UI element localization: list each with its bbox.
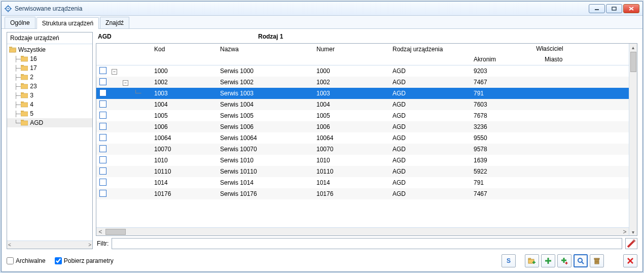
row-checkbox[interactable] <box>99 112 106 119</box>
svg-point-1 <box>8 8 9 9</box>
window-controls <box>589 4 639 13</box>
tree-item[interactable]: ├─ 3 <box>7 91 92 100</box>
filter-input[interactable] <box>112 238 622 249</box>
svg-rect-13 <box>21 75 28 80</box>
search-button[interactable] <box>574 254 588 267</box>
row-checkbox[interactable] <box>99 78 106 85</box>
table-row[interactable]: 1006Serwis 10061006AGD3236 <box>96 121 629 132</box>
row-checkbox[interactable] <box>99 156 106 163</box>
s-button[interactable]: S <box>502 254 516 267</box>
grid: Kod Nazwa Numer Rodzaj urządzenia Właści… <box>96 43 637 236</box>
svg-rect-14 <box>21 84 28 89</box>
tree-item[interactable]: ├─ 16 <box>7 54 92 63</box>
filter-row: Filtr: <box>96 238 637 249</box>
tab-structure[interactable]: Struktura urządzeń <box>37 17 99 29</box>
close-button[interactable] <box>623 4 639 13</box>
table-row[interactable]: 10064Serwis 1006410064AGD9550 <box>96 132 629 144</box>
titlebar: Serwisowane urządzenia <box>2 2 642 16</box>
svg-rect-7 <box>612 7 616 10</box>
col-miasto[interactable]: Miasto <box>542 54 629 65</box>
grid-header: Kod Nazwa Numer Rodzaj urządzenia Właści… <box>96 44 629 65</box>
tree-item[interactable]: ├─ 17 <box>7 63 92 73</box>
footer-close-button[interactable] <box>623 254 637 267</box>
tree-header: Rodzaje urządzeń <box>7 32 92 44</box>
gear-icon <box>5 5 12 12</box>
grid-title-right: Rodzaj 1 <box>258 33 283 40</box>
tree-item[interactable]: ├─ 2 <box>7 73 92 82</box>
filter-label: Filtr: <box>96 240 109 247</box>
maximize-button[interactable] <box>606 4 622 13</box>
svg-rect-15 <box>21 93 28 98</box>
grid-title-left: AGD <box>96 33 258 40</box>
table-row[interactable]: 1010Serwis 10101010AGD1639 <box>96 155 629 166</box>
tree-panel: Rodzaje urządzeń Wszystkie├─ 16├─ 17├─ 2… <box>7 32 93 249</box>
table-row[interactable]: 1004Serwis 10041004AGD7603 <box>96 99 629 110</box>
row-checkbox[interactable] <box>99 190 106 197</box>
table-row[interactable]: 1005Serwis 10051005AGD7678 <box>96 110 629 121</box>
table-row[interactable]: 10176Serwis 1017610176AGD7467 <box>96 188 629 199</box>
tree-root[interactable]: Wszystkie <box>7 45 92 54</box>
footer: Archiwalne Pobierz parametry S <box>7 249 637 267</box>
tabs: Ogólne Struktura urządzeń Znajdź <box>2 16 642 29</box>
svg-rect-11 <box>21 57 28 61</box>
svg-point-30 <box>578 258 582 262</box>
plus-multi-icon <box>560 257 568 265</box>
trash-icon <box>593 257 601 265</box>
tree-item[interactable]: ├─ 4 <box>7 100 92 109</box>
svg-rect-12 <box>21 66 28 71</box>
folder-plus-icon <box>528 257 536 265</box>
grid-body[interactable]: −1000Serwis 10001000AGD9203−1002Serwis 1… <box>96 65 629 227</box>
svg-rect-18 <box>21 121 28 125</box>
grid-panel: AGD Rodzaj 1 Kod Nazwa Numer Rodza <box>96 32 637 249</box>
window-title: Serwisowane urządzenia <box>15 5 589 12</box>
grid-hscrollbar[interactable]: <> <box>96 227 629 235</box>
add-button[interactable] <box>541 254 555 267</box>
add-folder-button[interactable] <box>525 254 539 267</box>
minimize-button[interactable] <box>589 4 605 13</box>
delete-button[interactable] <box>590 254 604 267</box>
row-checkbox[interactable] <box>99 134 106 141</box>
row-checkbox[interactable] <box>99 100 106 108</box>
plus-icon <box>544 257 552 265</box>
window-root: Serwisowane urządzenia Ogólne Struktura … <box>1 1 643 272</box>
col-rodzaj[interactable]: Rodzaj urządzenia <box>389 44 471 65</box>
add-multi-button[interactable] <box>557 254 571 267</box>
col-kod[interactable]: Kod <box>151 44 217 65</box>
col-owner[interactable]: Właściciel <box>471 44 629 54</box>
row-checkbox[interactable] <box>99 179 106 186</box>
svg-rect-33 <box>594 258 599 259</box>
tree-item[interactable]: ├─ 5 <box>7 109 92 118</box>
upper-area: Rodzaje urządzeń Wszystkie├─ 16├─ 17├─ 2… <box>7 32 637 249</box>
body: Rodzaje urządzeń Wszystkie├─ 16├─ 17├─ 2… <box>2 29 642 271</box>
search-icon <box>577 257 585 265</box>
row-checkbox[interactable] <box>99 145 106 152</box>
row-checkbox[interactable] <box>99 67 106 74</box>
table-row[interactable]: −1000Serwis 10001000AGD9203 <box>96 65 629 77</box>
tree-hscrollbar[interactable]: <> <box>7 241 92 249</box>
col-numer[interactable]: Numer <box>313 44 389 65</box>
row-checkbox[interactable] <box>99 89 106 96</box>
grid-titles: AGD Rodzaj 1 <box>96 32 637 43</box>
tab-find[interactable]: Znajdź <box>100 17 129 28</box>
col-akronim[interactable]: Akronim <box>471 54 542 65</box>
table-row[interactable]: −1002Serwis 10021002AGD7467 <box>96 77 629 88</box>
filter-pencil-icon <box>626 238 637 249</box>
tab-general[interactable]: Ogólne <box>5 17 35 28</box>
table-row[interactable]: 10070Serwis 1007010070AGD9578 <box>96 144 629 155</box>
table-row[interactable]: 10110Serwis 1011010110AGD5922 <box>96 166 629 177</box>
tree-body[interactable]: Wszystkie├─ 16├─ 17├─ 2├─ 23├─ 3├─ 4├─ 5… <box>7 44 92 241</box>
row-checkbox[interactable] <box>99 123 106 130</box>
table-row[interactable]: └─1003Serwis 10031003AGD791 <box>96 88 629 99</box>
filter-clear-button[interactable] <box>625 238 637 249</box>
svg-rect-16 <box>21 103 28 107</box>
grid-vscrollbar[interactable]: ▴▾ <box>629 44 637 235</box>
fetch-params-checkbox[interactable]: Pobierz parametry <box>55 257 114 264</box>
close-icon <box>626 257 634 265</box>
svg-rect-17 <box>21 112 28 116</box>
table-row[interactable]: 1014Serwis 10141014AGD791 <box>96 177 629 188</box>
row-checkbox[interactable] <box>99 167 106 175</box>
col-nazwa[interactable]: Nazwa <box>217 44 313 65</box>
tree-item[interactable]: ├─ 23 <box>7 82 92 91</box>
tree-item[interactable]: └─ AGD <box>7 118 92 127</box>
archival-checkbox[interactable]: Archiwalne <box>7 257 46 264</box>
